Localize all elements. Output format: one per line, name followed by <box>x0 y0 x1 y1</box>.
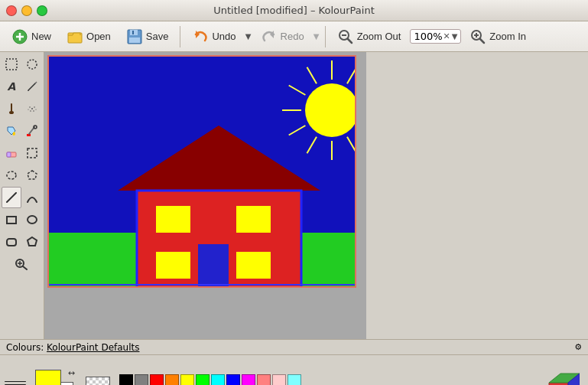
undo-button[interactable]: Undo <box>185 25 242 48</box>
colors-config-icon[interactable]: ⚙ <box>574 342 582 352</box>
right-panel <box>366 52 588 339</box>
tool-curve[interactable] <box>22 187 42 208</box>
redo-button[interactable]: Redo <box>254 25 311 48</box>
svg-rect-7 <box>132 31 134 34</box>
new-button[interactable]: New <box>5 25 58 48</box>
canvas-area[interactable] <box>44 52 366 339</box>
save-label: Save <box>146 31 169 42</box>
svg-rect-40 <box>7 217 16 223</box>
svg-line-45 <box>23 266 27 269</box>
close-button[interactable] <box>6 5 17 16</box>
main-area: A <box>0 52 588 339</box>
tool-rounded-rect[interactable] <box>2 231 21 253</box>
line-thin[interactable] <box>5 381 26 382</box>
svg-point-24 <box>31 108 33 109</box>
new-label: New <box>31 31 51 42</box>
swatch-cyan[interactable] <box>211 374 225 386</box>
redo-label: Redo <box>281 31 304 42</box>
undo-label: Undo <box>212 31 236 42</box>
zoom-out-group: Zoom Out 100% ✕ ▼ <box>330 25 462 48</box>
zoom-in-button[interactable]: Zoom In <box>463 25 533 48</box>
svg-line-39 <box>7 193 16 202</box>
undo-group: Undo ▼ <box>185 25 252 48</box>
color-palette <box>119 374 301 386</box>
tool-flood-fill[interactable] <box>2 120 21 142</box>
undo-dropdown[interactable]: ▼ <box>245 28 252 45</box>
svg-point-25 <box>29 106 31 108</box>
swatch-gray[interactable] <box>135 374 148 386</box>
tool-rect-select[interactable] <box>22 142 42 164</box>
tool-ellipse-shape[interactable] <box>22 209 42 230</box>
new-icon <box>11 28 28 45</box>
svg-rect-17 <box>6 59 17 70</box>
svg-line-21 <box>35 82 37 83</box>
tool-zoom[interactable] <box>2 253 42 275</box>
svg-rect-35 <box>7 152 11 157</box>
svg-line-12 <box>348 39 352 43</box>
tool-pencil[interactable] <box>22 76 42 97</box>
window-controls[interactable] <box>6 5 47 16</box>
tool-polygon-shape[interactable] <box>22 231 42 253</box>
svg-point-41 <box>28 216 37 223</box>
redo-icon <box>261 28 278 45</box>
sep-2 <box>325 26 326 47</box>
swatch-light-cyan[interactable] <box>288 374 301 386</box>
redo-dropdown[interactable]: ▼ <box>313 28 320 45</box>
tool-airbrush[interactable] <box>22 98 42 119</box>
swatch-lime[interactable] <box>196 374 210 386</box>
swatch-red[interactable] <box>150 374 164 386</box>
swatch-blue[interactable] <box>226 374 240 386</box>
zoom-dropdown-btn[interactable]: ▼ <box>452 32 458 41</box>
color-row-1 <box>119 374 301 386</box>
tool-polygon-select[interactable] <box>22 165 42 186</box>
tool-eraser[interactable] <box>2 142 21 164</box>
zoom-value: 100% <box>414 31 441 42</box>
save-icon <box>126 28 143 45</box>
svg-point-27 <box>30 110 31 112</box>
zoom-out-label: Zoom Out <box>357 31 401 42</box>
redo-group: Redo ▼ <box>254 25 320 48</box>
drawing-canvas[interactable] <box>47 55 356 288</box>
zoom-box: 100% ✕ ▼ <box>410 29 461 44</box>
swatch-orange[interactable] <box>165 374 179 386</box>
swatch-very-light-red[interactable] <box>272 374 286 386</box>
svg-rect-36 <box>28 148 37 158</box>
fg-bg-colors: ↔ <box>34 368 75 386</box>
swap-colors-icon[interactable]: ↔ <box>68 368 75 378</box>
svg-marker-43 <box>28 237 37 246</box>
colors-panel: ↔ <box>0 354 588 385</box>
tool-ellipse-select[interactable] <box>2 165 21 186</box>
swatch-yellow[interactable] <box>180 374 194 386</box>
canvas-wrapper <box>47 55 356 288</box>
zoom-out-button[interactable]: Zoom Out <box>330 25 408 48</box>
tool-brush[interactable] <box>2 98 21 119</box>
tool-line[interactable] <box>2 187 21 208</box>
line-thickness-selector[interactable] <box>5 381 26 386</box>
window-title: Untitled [modified] – KolourPaint <box>213 5 375 16</box>
palette-name-link[interactable]: KolourPaint Defaults <box>47 342 139 353</box>
svg-marker-38 <box>28 171 37 179</box>
tools-panel: A <box>0 52 44 339</box>
tool-selection[interactable] <box>2 54 21 75</box>
tool-freehand-select[interactable] <box>22 54 42 75</box>
toolbar: New Open Save <box>0 21 588 52</box>
open-button[interactable]: Open <box>60 25 118 48</box>
svg-rect-6 <box>129 38 140 43</box>
swatch-magenta[interactable] <box>242 374 255 386</box>
foreground-color-box[interactable] <box>35 370 61 386</box>
new-group: New <box>5 25 58 48</box>
colors-header-label: Colours: KolourPaint Defaults <box>6 342 139 353</box>
zoom-clear-icon[interactable]: ✕ <box>443 31 450 41</box>
open-label: Open <box>86 31 111 42</box>
swatch-light-red[interactable] <box>257 374 271 386</box>
tool-color-picker[interactable] <box>22 120 42 142</box>
sep-1 <box>180 26 180 47</box>
transparency-swatch[interactable] <box>86 377 110 386</box>
tool-rect-shape[interactable] <box>2 209 21 230</box>
tool-text[interactable]: A <box>2 76 21 97</box>
maximize-button[interactable] <box>37 5 47 16</box>
swatch-black[interactable] <box>119 374 133 386</box>
minimize-button[interactable] <box>21 5 32 16</box>
save-button[interactable]: Save <box>119 25 176 48</box>
svg-point-37 <box>7 171 16 179</box>
